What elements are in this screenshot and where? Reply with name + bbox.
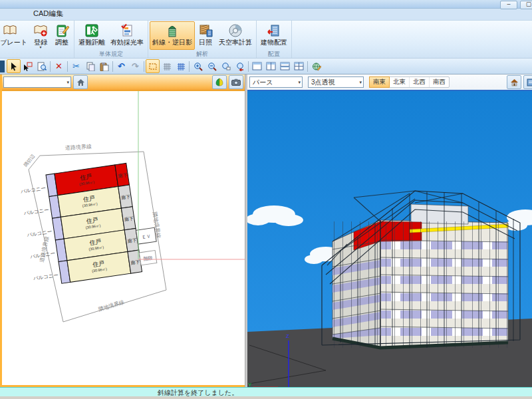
beginner-mode-button[interactable] xyxy=(212,75,227,89)
zoom-previous-button[interactable] xyxy=(233,59,247,73)
building-placement-button[interactable]: 建物配置 xyxy=(258,21,290,50)
undo-button[interactable]: ↶ xyxy=(114,59,128,73)
toolbar-separator xyxy=(189,61,190,72)
rectangle-select-icon xyxy=(148,62,158,71)
delete-button[interactable]: ✕ xyxy=(52,59,66,73)
toolbar-separator xyxy=(112,61,113,72)
viewport-area: ▾ xyxy=(0,74,532,387)
minimize-button[interactable]: – xyxy=(500,1,517,9)
mullion-lines xyxy=(332,221,508,348)
chevron-down-icon: ▾ xyxy=(66,80,69,85)
paste-button[interactable] xyxy=(97,59,111,73)
perspective-home-button[interactable] xyxy=(507,75,521,89)
escape-distance-button[interactable]: 避難距離 xyxy=(76,21,108,50)
grid-button[interactable] xyxy=(160,59,174,73)
chevron-down-icon: ▾ xyxy=(39,46,41,49)
ribbon-group-label: 配置 xyxy=(258,50,290,58)
view-settings-button[interactable] xyxy=(309,59,323,73)
home-icon xyxy=(76,78,85,86)
ribbon-group-label: 単体規定 xyxy=(76,50,146,58)
plan-home-button[interactable] xyxy=(73,75,88,89)
register-button[interactable]: 登録 ▾ xyxy=(30,21,51,50)
grid-blue-icon xyxy=(176,62,186,71)
checklist-icon xyxy=(119,23,135,39)
ribbon: ンプレート 登録 ▾ 調整 xyxy=(0,21,532,59)
select-cursor-button[interactable] xyxy=(7,59,21,73)
ribbon-group-register: ンプレート 登録 ▾ 調整 xyxy=(0,21,74,58)
sky-factor-globe-icon xyxy=(227,23,243,39)
toolbar-edge-block xyxy=(0,61,5,72)
redo-button[interactable]: ↷ xyxy=(128,59,142,73)
perspective-toolbar: パース ▾ 3点透視 ▾ 南東 北東 北西 南西 xyxy=(247,74,532,91)
plan-view-combo[interactable]: ▾ xyxy=(3,76,71,88)
adjust-button[interactable]: 調整 xyxy=(51,21,72,50)
direction-northeast-button[interactable]: 北東 xyxy=(390,77,410,87)
sunlight-button[interactable]: 日照 xyxy=(195,21,216,50)
direction-northwest-button[interactable]: 北西 xyxy=(410,77,430,87)
status-bar: 斜線計算を終了しました。 xyxy=(0,387,532,399)
axis-z-label: Z xyxy=(286,333,289,339)
zoom-extents-button[interactable] xyxy=(219,59,233,73)
cut-button[interactable]: ✂ xyxy=(69,59,83,73)
window-quad-icon xyxy=(294,62,304,70)
window-titlebar: – ▢ xyxy=(0,0,532,9)
cursor-icon xyxy=(9,62,19,71)
sky-factor-label: 天空率計算 xyxy=(219,39,252,46)
direction-southwest-button[interactable]: 南西 xyxy=(430,77,449,87)
window-single-icon xyxy=(252,62,262,70)
perspective-panel: パース ▾ 3点透視 ▾ 南東 北東 北西 南西 xyxy=(247,74,532,387)
setback-shadow-button[interactable]: 斜線・逆日影 xyxy=(150,21,195,50)
application-window: – ▢ CAD編集 ンプレート 登録 ▾ xyxy=(0,0,532,399)
direction-button-group: 南東 北東 北西 南西 xyxy=(369,76,450,88)
panel-icon xyxy=(527,78,532,86)
preview-zoom-button[interactable] xyxy=(35,59,49,73)
home-icon xyxy=(510,78,519,86)
building-placement-label: 建物配置 xyxy=(261,39,287,46)
redo-icon: ↷ xyxy=(132,62,139,70)
grid-snap-button[interactable] xyxy=(174,59,188,73)
template-button[interactable]: ンプレート xyxy=(0,21,30,50)
status-message: 斜線計算を終了しました。 xyxy=(158,388,238,398)
view-mode-combo[interactable]: パース ▾ xyxy=(249,76,303,88)
perspective-canvas[interactable]: Z Y xyxy=(247,91,532,387)
daylight-ratio-button[interactable]: 有効採光率 xyxy=(108,21,146,50)
toolbar-separator xyxy=(307,61,308,72)
window-split-horizontal-icon xyxy=(280,62,290,70)
window-split-vertical-icon xyxy=(266,62,276,70)
projection-combo[interactable]: 3点透視 ▾ xyxy=(308,76,364,88)
scissors-icon: ✂ xyxy=(72,62,80,70)
exit-man-icon xyxy=(84,23,100,39)
direction-southeast-button[interactable]: 南東 xyxy=(369,76,390,88)
building-3d[interactable] xyxy=(332,204,508,348)
window-split-vertical-button[interactable] xyxy=(264,59,278,73)
perspective-extra-button[interactable] xyxy=(523,75,532,89)
clipboard-pencil-icon xyxy=(54,23,70,39)
copy-button[interactable] xyxy=(83,59,97,73)
toolbar-separator xyxy=(67,61,68,72)
chevron-down-icon: ▾ xyxy=(359,80,362,85)
window-single-button[interactable] xyxy=(250,59,264,73)
daylight-ratio-label: 有効採光率 xyxy=(110,39,144,46)
toolbar-separator xyxy=(248,61,249,72)
plan-canvas[interactable]: 住戸 (30.96㎡) 廊下 バルコニー 住戸 (30.96㎡) 廊下 バルコニ… xyxy=(2,90,245,385)
zoom-out-button[interactable] xyxy=(205,59,219,73)
toolbar-separator xyxy=(144,61,144,72)
zoom-in-icon xyxy=(194,62,203,71)
view-mode-value: パース xyxy=(253,78,296,87)
ribbon-group-label: 解析 xyxy=(150,50,255,58)
ribbon-group-label xyxy=(1,50,72,58)
template-label: ンプレート xyxy=(0,39,27,46)
rect-select-button[interactable] xyxy=(146,59,160,73)
upper-setback-volume xyxy=(411,204,468,224)
maximize-button[interactable]: ▢ xyxy=(520,1,532,9)
adjust-label: 調整 xyxy=(55,39,68,46)
sky-factor-button[interactable]: 天空率計算 xyxy=(216,21,255,50)
snapshot-button[interactable] xyxy=(229,75,243,89)
zoom-in-button[interactable] xyxy=(191,59,205,73)
window-quad-button[interactable] xyxy=(292,59,306,73)
tab-cad-edit[interactable]: CAD編集 xyxy=(24,8,72,20)
select-object-button[interactable] xyxy=(21,59,35,73)
ribbon-tab-row: CAD編集 xyxy=(0,9,532,21)
sunlight-label: 日照 xyxy=(199,39,212,46)
window-split-horizontal-button[interactable] xyxy=(278,59,292,73)
